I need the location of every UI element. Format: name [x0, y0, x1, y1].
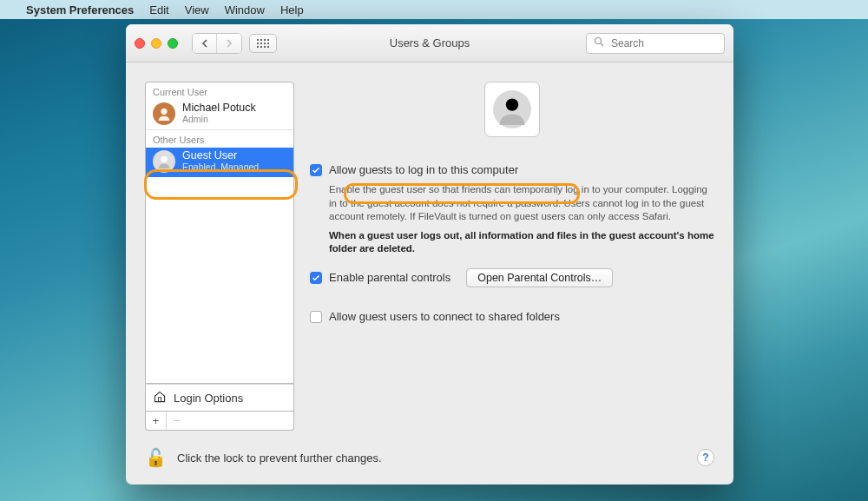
minimize-button[interactable] — [151, 38, 161, 49]
user-role: Enabled, Managed — [182, 162, 259, 173]
allow-guests-checkbox[interactable] — [310, 164, 322, 176]
svg-rect-4 — [257, 43, 259, 44]
allow-guests-row: Allow guests to log in to this computer — [310, 163, 714, 176]
menu-help[interactable]: Help — [280, 3, 304, 16]
search-input[interactable] — [609, 36, 717, 50]
shared-folders-checkbox[interactable] — [310, 311, 322, 323]
svg-rect-5 — [260, 43, 262, 44]
allow-guests-description: Enable the guest user so that friends ca… — [310, 183, 714, 224]
svg-line-13 — [601, 43, 603, 46]
traffic-lights — [135, 38, 178, 49]
avatar-icon — [153, 150, 175, 173]
search-icon — [594, 36, 604, 49]
avatar-icon — [153, 102, 175, 125]
guest-user-row[interactable]: Guest User Enabled, Managed — [146, 148, 293, 177]
window-content: Current User Michael Potuck Admin Other … — [126, 63, 733, 431]
user-list: Current User Michael Potuck Admin Other … — [145, 82, 294, 384]
parental-label: Enable parental controls — [329, 271, 450, 284]
preferences-window: Users & Groups Current User Michael Potu… — [126, 24, 733, 485]
svg-rect-11 — [267, 46, 269, 48]
back-button[interactable] — [193, 34, 217, 53]
user-name: Guest User — [182, 150, 259, 162]
svg-rect-3 — [267, 39, 269, 41]
svg-rect-16 — [158, 397, 161, 401]
section-current-user: Current User — [146, 82, 293, 100]
svg-rect-0 — [257, 39, 259, 41]
window-footer: 🔓 Click the lock to prevent further chan… — [126, 431, 733, 485]
macos-menubar: System Preferences Edit View Window Help — [0, 0, 868, 19]
app-name[interactable]: System Preferences — [26, 3, 134, 16]
add-remove-bar: + − — [145, 412, 294, 431]
nav-back-forward — [192, 33, 242, 54]
svg-rect-8 — [257, 46, 259, 48]
svg-rect-7 — [267, 43, 269, 44]
close-button[interactable] — [135, 38, 145, 49]
svg-point-17 — [506, 98, 518, 110]
menu-window[interactable]: Window — [225, 3, 265, 16]
show-all-button[interactable] — [249, 34, 277, 53]
svg-point-12 — [595, 38, 602, 44]
menu-edit[interactable]: Edit — [149, 3, 168, 16]
user-name: Michael Potuck — [182, 102, 256, 115]
shared-folders-label: Allow guest users to connect to shared f… — [329, 310, 560, 323]
users-sidebar: Current User Michael Potuck Admin Other … — [145, 82, 294, 431]
shared-folders-row: Allow guest users to connect to shared f… — [310, 310, 714, 323]
current-user-row[interactable]: Michael Potuck Admin — [146, 100, 293, 129]
open-parental-button[interactable]: Open Parental Controls… — [466, 268, 613, 287]
help-button[interactable]: ? — [697, 449, 714, 466]
user-role: Admin — [182, 115, 256, 125]
search-field[interactable] — [586, 33, 725, 54]
parental-checkbox[interactable] — [310, 272, 322, 284]
guest-settings-panel: Allow guests to log in to this computer … — [310, 82, 714, 431]
lock-text: Click the lock to prevent further change… — [177, 452, 382, 465]
login-options-label: Login Options — [174, 392, 243, 405]
svg-point-14 — [161, 109, 167, 115]
zoom-button[interactable] — [168, 38, 178, 49]
svg-rect-1 — [260, 39, 262, 41]
menu-view[interactable]: View — [185, 3, 209, 16]
allow-guests-warning: When a guest user logs out, all informat… — [310, 229, 714, 256]
svg-rect-6 — [264, 43, 266, 44]
remove-user-button[interactable]: − — [167, 412, 187, 430]
house-icon — [153, 390, 167, 406]
window-toolbar: Users & Groups — [126, 24, 733, 63]
lock-icon[interactable]: 🔓 — [145, 447, 167, 468]
add-user-button[interactable]: + — [146, 412, 167, 430]
svg-point-15 — [161, 156, 167, 162]
parental-row: Enable parental controls Open Parental C… — [310, 268, 714, 287]
svg-rect-9 — [260, 46, 262, 48]
svg-rect-2 — [264, 39, 266, 41]
section-other-users: Other Users — [146, 129, 293, 148]
forward-button[interactable] — [217, 34, 241, 53]
user-portrait[interactable] — [484, 82, 540, 137]
login-options-row[interactable]: Login Options — [145, 384, 294, 412]
silhouette-icon — [493, 90, 531, 129]
allow-guests-label: Allow guests to log in to this computer — [329, 163, 518, 176]
svg-rect-10 — [264, 46, 266, 48]
